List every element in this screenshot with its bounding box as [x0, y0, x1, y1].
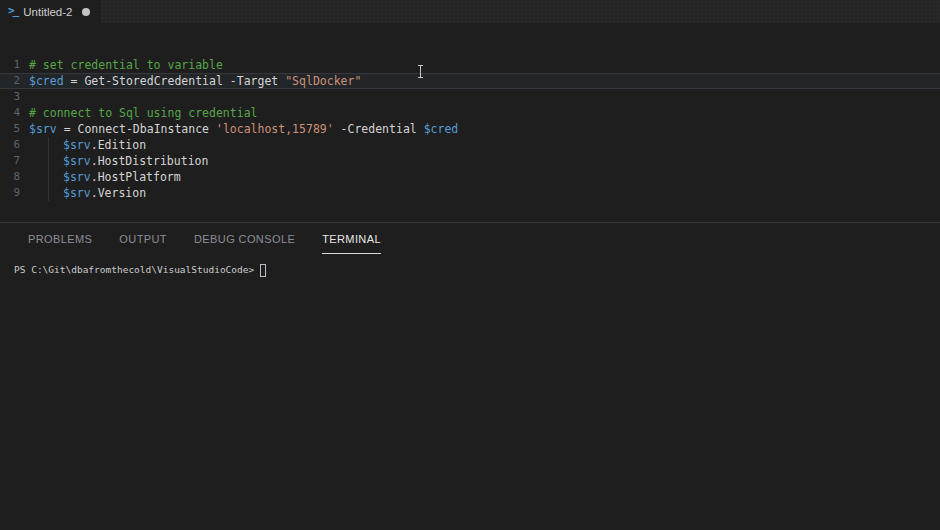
- terminal-prompt-line: PS C:\Git\dbafromthecold\VisualStudioCod…: [14, 262, 940, 278]
- token-variable: $srv: [63, 186, 91, 200]
- line-number: 9: [0, 185, 29, 201]
- token-plain: .HostPlatform: [91, 170, 181, 184]
- token-plain: .Version: [91, 186, 146, 200]
- code-text: $cred = Get-StoredCredential -Target "Sq…: [29, 73, 361, 89]
- indent-guide: [29, 137, 63, 153]
- token-variable: $srv: [29, 122, 57, 136]
- panel-tab-output[interactable]: OUTPUT: [119, 233, 167, 254]
- line-number: 8: [0, 169, 29, 185]
- tab-untitled-2[interactable]: >_ Untitled-2: [0, 0, 101, 23]
- code-text: $srv = Connect-DbaInstance 'localhost,15…: [29, 121, 458, 137]
- token-string: "SqlDocker": [285, 74, 361, 88]
- token-variable: $srv: [63, 170, 91, 184]
- code-line-6[interactable]: 6$srv.Edition: [0, 137, 940, 153]
- indent-guide: [29, 185, 63, 201]
- line-number: 1: [0, 57, 29, 73]
- code-line-3[interactable]: 3: [0, 89, 940, 105]
- line-number: 3: [0, 89, 29, 105]
- vscode-window: { "colors": { "editor_bg": "#1e1e1e", "t…: [0, 0, 940, 530]
- code-text: $srv.HostDistribution: [29, 153, 208, 169]
- tab-title: Untitled-2: [23, 6, 72, 18]
- line-number: 2: [0, 73, 29, 89]
- code-line-9[interactable]: 9$srv.Version: [0, 185, 940, 201]
- token-string: 'localhost,15789': [216, 122, 334, 136]
- bottom-panel: PROBLEMSOUTPUTDEBUG CONSOLETERMINAL PS C…: [0, 222, 940, 529]
- line-number: 5: [0, 121, 29, 137]
- code-line-7[interactable]: 7$srv.HostDistribution: [0, 153, 940, 169]
- code-line-5[interactable]: 5$srv = Connect-DbaInstance 'localhost,1…: [0, 121, 940, 137]
- code-editor[interactable]: 1# set credential to variable2$cred = Ge…: [0, 23, 940, 222]
- code-text: # connect to Sql using credential: [29, 105, 257, 121]
- token-comment: # set credential to variable: [29, 58, 223, 72]
- modified-indicator-icon[interactable]: [82, 8, 90, 16]
- powershell-file-icon: >_: [8, 5, 17, 16]
- panel-tab-terminal[interactable]: TERMINAL: [322, 233, 381, 254]
- token-plain: = Connect-DbaInstance: [57, 122, 216, 136]
- token-plain: -Credential: [334, 122, 424, 136]
- token-plain: = Get-StoredCredential -Target: [64, 74, 286, 88]
- token-variable: $srv: [63, 138, 91, 152]
- code-line-8[interactable]: 8$srv.HostPlatform: [0, 169, 940, 185]
- editor-tab-bar: >_ Untitled-2: [0, 0, 940, 23]
- token-variable: $srv: [63, 154, 91, 168]
- line-number: 4: [0, 105, 29, 121]
- terminal-cursor: [260, 264, 266, 277]
- token-comment: # connect to Sql using credential: [29, 106, 257, 120]
- panel-tab-problems[interactable]: PROBLEMS: [28, 233, 92, 254]
- code-text: $srv.HostPlatform: [29, 169, 181, 185]
- terminal-view[interactable]: PS C:\Git\dbafromthecold\VisualStudioCod…: [0, 254, 940, 530]
- indent-guide: [29, 153, 63, 169]
- mouse-ibeam-cursor: [417, 65, 424, 78]
- code-line-1[interactable]: 1# set credential to variable: [0, 57, 940, 73]
- panel-tab-debug-console[interactable]: DEBUG CONSOLE: [194, 233, 295, 254]
- token-plain: .Edition: [91, 138, 146, 152]
- indent-guide: [29, 169, 63, 185]
- token-variable: $cred: [29, 74, 64, 88]
- code-line-2[interactable]: 2$cred = Get-StoredCredential -Target "S…: [0, 73, 940, 89]
- code-line-4[interactable]: 4# connect to Sql using credential: [0, 105, 940, 121]
- line-number: 6: [0, 137, 29, 153]
- code-text: # set credential to variable: [29, 57, 223, 73]
- code-text: $srv.Edition: [29, 137, 146, 153]
- code-text: $srv.Version: [29, 185, 146, 201]
- code-lines: 1# set credential to variable2$cred = Ge…: [0, 57, 940, 201]
- terminal-prompt: PS C:\Git\dbafromthecold\VisualStudioCod…: [14, 262, 254, 278]
- token-plain: .HostDistribution: [91, 154, 209, 168]
- line-number: 7: [0, 153, 29, 169]
- token-variable: $cred: [424, 122, 459, 136]
